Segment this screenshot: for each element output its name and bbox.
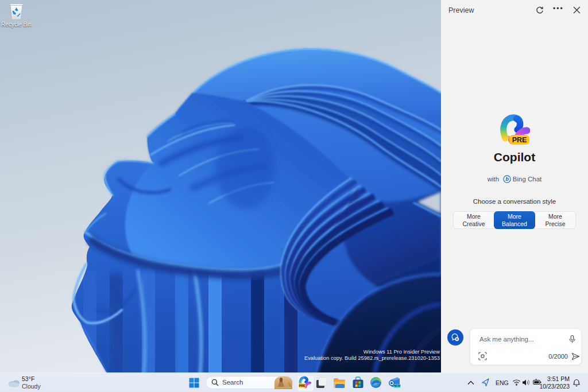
svg-text:PRE: PRE bbox=[512, 136, 527, 144]
svg-text:PRE: PRE bbox=[299, 384, 305, 387]
svg-text:NEW: NEW bbox=[394, 385, 401, 387]
svg-text:b: b bbox=[505, 176, 509, 182]
